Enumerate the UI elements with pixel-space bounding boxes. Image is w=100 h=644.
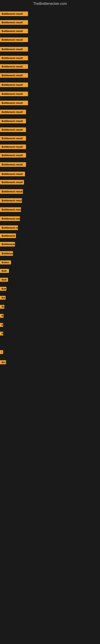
bottleneck-result-item: Bottleneck result [0, 56, 28, 60]
bottleneck-result-item: Bottleneck result [0, 73, 28, 78]
bottleneck-result-item: Bottleneck result [0, 20, 28, 25]
bottleneck-result-item: Bottleneck result [0, 153, 26, 158]
bottleneck-result-item: Bottleneck result [0, 128, 26, 132]
bottleneck-result-item: Bottleneck result [0, 29, 28, 34]
bottleneck-result-item: Bottleneck result [0, 47, 28, 52]
bottleneck-result-item: Bottleneck result [0, 136, 26, 141]
site-title-text: TheBottlenecker.com [33, 2, 67, 6]
bottleneck-result-item: Bottleneck result [0, 172, 25, 176]
bottleneck-result-item: Bottl [0, 269, 9, 273]
bottleneck-result-item: Bottleneck result [0, 12, 28, 16]
bottleneck-result-item: Bottlenec [0, 251, 13, 256]
bottleneck-result-item: I [0, 350, 3, 354]
bottleneck-result-item: B [0, 323, 3, 327]
bottleneck-result-item: Bottleneck result [0, 180, 24, 184]
bottleneck-result-item: Bottleneck result [0, 207, 21, 212]
bottleneck-result-item: Bottleneck [0, 242, 15, 246]
bottleneck-result-item: Bott [0, 287, 6, 291]
bottleneck-result-item: Bottleneck result [0, 38, 28, 42]
bottleneck-result-item: Bo [0, 305, 4, 309]
bottleneck-result-item: Bo [0, 314, 3, 318]
bottleneck-result-item: Bottleneck result [0, 144, 26, 149]
bottleneck-result-item: Bottleneck result [0, 100, 28, 105]
bottleneck-result-item: Bottleneck result [0, 226, 18, 230]
bottleneck-result-item: Bottleneck result [0, 198, 22, 203]
bottleneck-result-item: Bottleneck result [0, 216, 20, 221]
bottleneck-result-item: B [0, 332, 3, 336]
bottleneck-result-item: Bottleneck result [0, 119, 26, 123]
bottleneck-result-item: Bottl [0, 278, 8, 282]
bottleneck-result-item: Bottleneck result [0, 82, 28, 87]
bottleneck-result-item: Bottleneck result [0, 110, 26, 114]
bottleneck-result-item: Bottleneck result [0, 234, 16, 238]
bottleneck-result-item: Bottleneck result [0, 189, 23, 194]
bottleneck-result-item: Bot [0, 360, 6, 364]
bottleneck-result-item: Bottleneck result [0, 92, 28, 96]
bottleneck-result-item: Bottleneck result [0, 162, 26, 167]
bottleneck-result-item: Bottleneck result [0, 64, 28, 69]
site-title: TheBottlenecker.com [0, 0, 100, 8]
bottleneck-result-item: Bot [0, 296, 6, 300]
bottleneck-result-item: Bottlen [0, 260, 11, 264]
